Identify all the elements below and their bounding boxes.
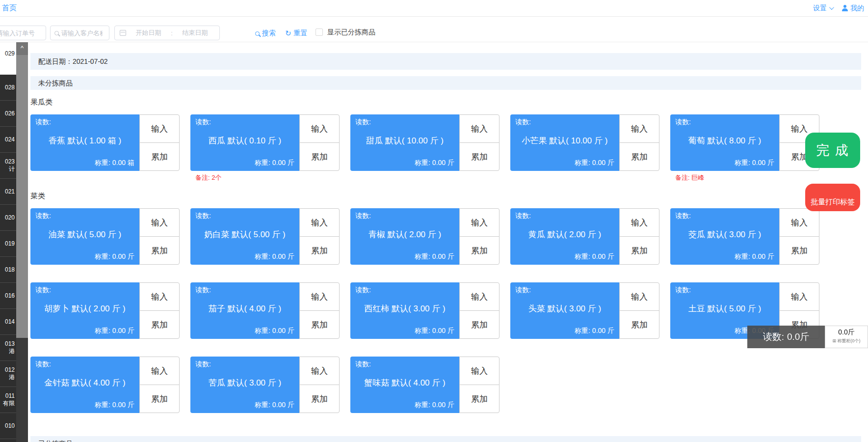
accumulate-button[interactable]: 累加 [459, 310, 500, 339]
card-buttons: 输入累加 [459, 114, 500, 171]
settings-menu[interactable]: 设置 [813, 4, 833, 13]
input-button[interactable]: 输入 [139, 282, 180, 311]
card-buttons: 输入累加 [299, 208, 340, 265]
accumulate-button[interactable]: 累加 [139, 385, 180, 413]
accumulate-button[interactable]: 累加 [619, 310, 659, 339]
input-button[interactable]: 输入 [459, 208, 500, 237]
accumulate-button[interactable]: 累加 [459, 236, 500, 265]
input-button[interactable]: 输入 [619, 208, 659, 237]
sidebar-order-item[interactable]: 013港 [0, 335, 16, 361]
input-button[interactable]: 输入 [299, 282, 340, 311]
input-button[interactable]: 输入 [139, 357, 180, 385]
batch-print-labels-button[interactable]: 批量打印标签 [805, 184, 860, 211]
scale-reading-panel: 读数:油菜 默认( 5.00 斤 )称重: 0.00 斤 [30, 208, 139, 265]
user-icon [842, 5, 848, 11]
sidebar-order-item[interactable]: 026 [0, 101, 16, 127]
accumulate-button[interactable]: 累加 [619, 236, 659, 265]
product-card-body: 读数:茄子 默认( 4.00 斤 )称重: 0.00 斤输入累加 [190, 282, 340, 339]
reset-button[interactable]: ↻ 重置 [285, 29, 308, 38]
search-button[interactable]: 搜索 [255, 29, 276, 38]
delivery-date-value: 2021-07-02 [73, 57, 108, 65]
scale-reading-panel: 读数:奶白菜 默认( 5.00 斤 )称重: 0.00 斤 [190, 208, 299, 265]
scale-reading-panel: 读数:茭瓜 默认( 3.00 斤 )称重: 0.00 斤 [670, 208, 779, 265]
input-button[interactable]: 输入 [619, 282, 659, 311]
scrollbar-thumb[interactable] [16, 55, 28, 338]
input-button[interactable]: 输入 [459, 114, 500, 143]
product-name: 甜瓜 默认( 10.00 斤 ) [355, 123, 454, 159]
input-button[interactable]: 输入 [779, 208, 819, 237]
sidebar-order-item[interactable]: 016 [0, 283, 16, 309]
accumulate-button[interactable]: 累加 [299, 310, 340, 339]
sidebar-order-item[interactable]: 028 [0, 75, 16, 101]
sidebar-order-item[interactable]: 021 [0, 179, 16, 205]
vertical-scrollbar[interactable]: ^ [16, 42, 28, 442]
sidebar-order-item[interactable]: 014 [0, 309, 16, 335]
profile-menu[interactable]: 我的 [842, 4, 864, 13]
customer-name-field[interactable] [50, 26, 109, 40]
accumulate-button[interactable]: 累加 [299, 142, 340, 171]
input-button[interactable]: 输入 [459, 282, 500, 311]
input-button[interactable]: 输入 [299, 357, 340, 385]
product-card: 读数:蟹味菇 默认( 4.00 斤 )称重: 0.00 斤输入累加 [350, 357, 500, 413]
scale-reading-panel: 读数:葡萄 默认( 8.00 斤 )称重: 0.00 斤 [670, 114, 779, 171]
scale-reading-box: 读数:0.0斤 [747, 326, 825, 348]
accumulate-button[interactable]: 累加 [459, 142, 500, 171]
accumulate-button[interactable]: 累加 [619, 142, 659, 171]
product-card-body: 读数:金针菇 默认( 4.00 斤 )称重: 0.00 斤输入累加 [30, 357, 180, 413]
order-number-input[interactable] [0, 26, 46, 40]
accumulate-button[interactable]: 累加 [139, 310, 180, 339]
accumulate-button[interactable]: 累加 [779, 236, 819, 265]
complete-button[interactable]: 完 成 [805, 133, 860, 168]
sidebar-order-item[interactable]: 019 [0, 231, 16, 257]
order-number-truncated: 021 [1, 188, 15, 195]
order-number-truncated: 020 [1, 214, 15, 221]
order-number-truncated: 019 [1, 240, 15, 248]
product-card-body: 读数:葡萄 默认( 8.00 斤 )称重: 0.00 斤输入累加 [670, 114, 819, 171]
input-button[interactable]: 输入 [619, 114, 659, 143]
sidebar-order-item[interactable]: 024 [0, 127, 16, 153]
product-card: 读数:甜瓜 默认( 10.00 斤 )称重: 0.00 斤输入累加 [350, 114, 500, 171]
scale-reading-panel: 读数:小芒果 默认( 10.00 斤 )称重: 0.00 斤 [510, 114, 619, 171]
sidebar-order-item[interactable]: 011有限 [0, 387, 16, 413]
card-buttons: 输入累加 [459, 357, 500, 413]
input-button[interactable]: 输入 [299, 114, 340, 143]
accumulate-button[interactable]: 累加 [299, 236, 340, 265]
tab-home[interactable]: 首页 [2, 3, 17, 13]
product-card-body: 读数:小芒果 默认( 10.00 斤 )称重: 0.00 斤输入累加 [510, 114, 659, 171]
input-button[interactable]: 输入 [779, 282, 819, 311]
accumulate-button[interactable]: 累加 [459, 385, 500, 413]
product-name: 葡萄 默认( 8.00 斤 ) [675, 123, 774, 159]
input-button[interactable]: 输入 [299, 208, 340, 237]
product-card: 读数:小芒果 默认( 10.00 斤 )称重: 0.00 斤输入累加 [510, 114, 659, 171]
input-button[interactable]: 输入 [139, 114, 180, 143]
weight-value: 称重: 0.00 斤 [675, 252, 774, 261]
input-button[interactable]: 输入 [139, 208, 180, 237]
product-card: 读数:头菜 默认( 3.00 斤 )称重: 0.00 斤输入累加 [510, 282, 659, 339]
scroll-up-arrow-icon[interactable]: ^ [16, 42, 28, 55]
show-picked-checkbox[interactable] [316, 28, 323, 36]
card-buttons: 输入累加 [779, 208, 819, 265]
scale-reading-panel: 读数:甜瓜 默认( 10.00 斤 )称重: 0.00 斤 [350, 114, 459, 171]
order-text-truncated: 有限 [1, 400, 15, 407]
accumulate-button[interactable]: 累加 [299, 385, 340, 413]
delivery-date-label: 配送日期： [38, 57, 73, 65]
picked-section-banner: 已分拣商品 [30, 436, 861, 442]
date-range-picker[interactable]: 开始日期 : 结束日期 [114, 26, 220, 40]
product-name: 西瓜 默认( 0.10 斤 ) [195, 123, 294, 159]
main-content: 配送日期：2021-07-02 未分拣商品 果瓜类读数:香蕉 默认( 1.00 … [28, 42, 868, 442]
product-card-body: 读数:西瓜 默认( 0.10 斤 )称重: 0.00 斤输入累加 [190, 114, 340, 171]
product-card-body: 读数:胡萝卜 默认( 2.00 斤 )称重: 0.00 斤输入累加 [30, 282, 180, 339]
sidebar-order-item[interactable]: 029 [0, 42, 16, 75]
customer-name-input[interactable] [61, 29, 103, 37]
accumulate-button[interactable]: 累加 [139, 236, 180, 265]
sidebar-order-item[interactable]: 010 [0, 413, 16, 439]
weight-value: 称重: 0.00 斤 [355, 401, 454, 410]
sidebar-order-item[interactable]: 018 [0, 257, 16, 283]
input-button[interactable]: 输入 [459, 357, 500, 385]
product-note: 备注: 2个 [195, 173, 221, 182]
product-card: 读数:西瓜 默认( 0.10 斤 )称重: 0.00 斤输入累加备注: 2个 [190, 114, 340, 171]
accumulate-button[interactable]: 累加 [139, 142, 180, 171]
sidebar-order-item[interactable]: 020 [0, 205, 16, 231]
sidebar-order-item[interactable]: 012港 [0, 361, 16, 387]
sidebar-order-item[interactable]: 023计 [0, 153, 16, 179]
